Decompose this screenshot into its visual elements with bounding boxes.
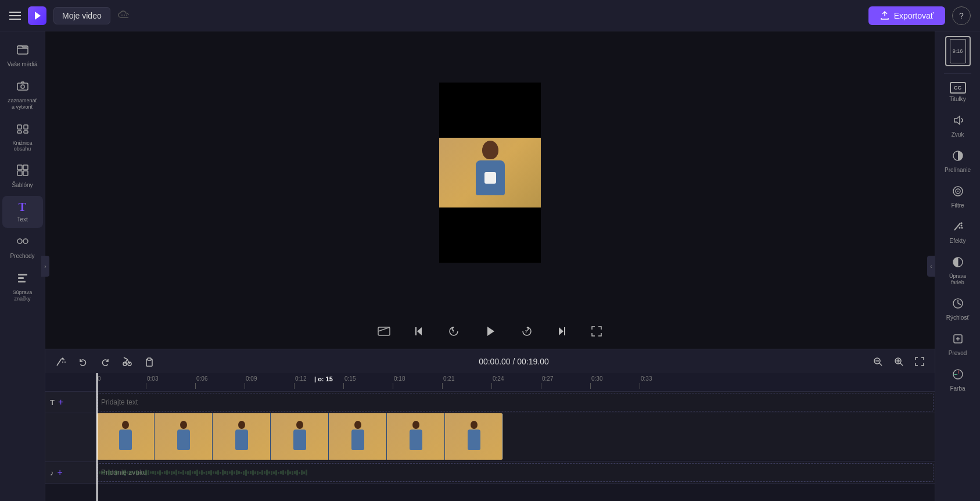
skip-to-end-button[interactable] (551, 321, 572, 342)
svg-marker-19 (417, 327, 422, 335)
person-head (482, 141, 498, 159)
video-track-label (45, 413, 96, 461)
speed-icon (952, 298, 964, 312)
svg-rect-35 (148, 358, 151, 360)
ruler-mark-18: 0:18 (393, 375, 442, 389)
text-track-placeholder: Pridajte text (96, 392, 935, 413)
aspect-ratio-button[interactable]: 9:16 (945, 36, 971, 66)
sidebar-item-library[interactable]: Knižnicaobsahu (2, 117, 43, 158)
svg-rect-9 (23, 165, 28, 170)
video-thumb-3 (213, 413, 271, 460)
right-panel-blend[interactable]: Prelínanie (937, 145, 979, 178)
transitions-icon (16, 235, 29, 250)
svg-marker-22 (487, 327, 494, 336)
sidebar-collapse-btn[interactable]: › (41, 256, 49, 277)
menu-icon[interactable] (9, 12, 21, 20)
video-bottom-black (439, 207, 541, 263)
project-name-input[interactable]: Moje video (53, 7, 110, 24)
text-track-content[interactable]: Pridajte text (96, 392, 935, 413)
cut-button[interactable] (119, 353, 136, 370)
svg-point-51 (961, 227, 963, 229)
right-panel-transform[interactable]: Prevod (937, 328, 979, 362)
camera-icon (16, 80, 29, 95)
templates-icon (16, 164, 29, 180)
text-track-label: T + (45, 392, 96, 413)
svg-rect-11 (23, 171, 28, 176)
zoom-in-button[interactable] (891, 353, 907, 370)
sidebar-item-media-label: Vaše médiá (7, 61, 37, 68)
svg-rect-7 (24, 131, 28, 133)
timeline-ruler: | o: 15 0 0:03 0:06 0:09 0:12 0:15 0:18 … (45, 373, 935, 392)
ruler-mark-33: 0:33 (640, 375, 689, 389)
help-button[interactable]: ? (952, 6, 971, 25)
svg-rect-10 (17, 171, 22, 176)
video-preview (45, 31, 935, 314)
undo-button[interactable] (74, 353, 92, 370)
svg-rect-25 (564, 327, 565, 335)
audio-track-content[interactable]: Pridanie zvuku // Generate waveform bars… (96, 462, 935, 483)
video-track-content[interactable] (96, 413, 935, 460)
right-panel-color-adjust[interactable]: Úpravafarieb (937, 252, 979, 291)
redo-button[interactable] (96, 353, 114, 370)
playback-controls: 5 5 (45, 314, 935, 349)
play-button[interactable] (478, 319, 502, 343)
skip-to-start-button[interactable] (408, 321, 429, 342)
fit-to-window-button[interactable] (911, 353, 928, 370)
sidebar-item-templates[interactable]: Šablóny (2, 159, 43, 194)
right-panel-filters[interactable]: Filtre (937, 181, 979, 214)
video-top-black (439, 83, 541, 138)
folder-icon (16, 43, 29, 59)
right-panel-effects[interactable]: Efekty (937, 216, 979, 249)
main-layout: Vaše médiá Zaznamenaťa vytvoriť (0, 31, 980, 501)
timeline-toolbar: 00:00.00 / 00:19.00 (45, 349, 935, 373)
sidebar-item-markers[interactable]: Súprava značky (2, 267, 43, 307)
sidebar-item-library-label: Knižnicaobsahu (12, 140, 32, 153)
zoom-out-button[interactable] (870, 353, 886, 370)
right-panel-color-label: Farba (950, 385, 965, 392)
svg-line-38 (880, 363, 882, 366)
timeline-right-controls (870, 353, 928, 370)
ruler-mark-0: 0 (96, 375, 146, 389)
audio-track-row: ♪ + Pridanie zvuku // Generate waveform … (45, 462, 935, 484)
aspect-ratio-section: 9:16 (945, 36, 971, 66)
captions-toggle-button[interactable] (374, 321, 394, 342)
ruler-marks-container: 0 0:03 0:06 0:09 0:12 0:15 0:18 0:21 0:2… (96, 373, 689, 389)
right-panel-captions[interactable]: CC Titulky (937, 77, 979, 108)
svg-rect-8 (17, 165, 22, 170)
right-sidebar-collapse-btn[interactable]: ‹ (927, 256, 935, 277)
video-thumb-5 (329, 413, 387, 460)
video-thumb-1 (96, 413, 155, 460)
sidebar-item-text[interactable]: T Text (2, 196, 43, 228)
svg-point-13 (23, 239, 28, 244)
sidebar-item-media[interactable]: Vaše médiá (2, 38, 43, 73)
video-person-frame (439, 138, 541, 207)
paste-button[interactable] (141, 353, 158, 370)
video-canvas (439, 83, 541, 263)
blend-icon (952, 150, 964, 164)
add-text-button[interactable]: + (58, 397, 63, 407)
audio-track-icon: ♪ (50, 468, 54, 477)
right-panel-captions-label: Titulky (949, 96, 966, 103)
sound-icon (952, 114, 964, 129)
cloud-sync-icon[interactable] (117, 9, 131, 22)
right-panel-sound[interactable]: Zvuk (937, 110, 979, 143)
ruler-mark-21: 0:21 (442, 375, 491, 389)
person-figure (470, 141, 511, 205)
magic-tool-button[interactable] (52, 353, 70, 370)
ruler-mark-9: 0:09 (245, 375, 294, 389)
video-track-row (45, 413, 935, 462)
left-sidebar: Vaše médiá Zaznamenaťa vytvoriť (0, 31, 45, 501)
right-panel-speed[interactable]: Rýchlosť (937, 293, 979, 326)
current-time: 00:00.00 (479, 357, 511, 366)
rewind-5s-button[interactable]: 5 (443, 321, 464, 342)
sidebar-item-transitions[interactable]: Prechody (2, 230, 43, 264)
right-panel-color[interactable]: Farba (937, 364, 979, 397)
forward-5s-button[interactable]: 5 (516, 321, 537, 342)
right-panel-blend-label: Prelínanie (945, 167, 971, 174)
right-sidebar: 9:16 CC Titulky Zvuk (935, 31, 980, 501)
add-audio-button[interactable]: + (58, 467, 63, 478)
audio-waveform: // Generate waveform bars via JS const w… (96, 462, 935, 483)
sidebar-item-record[interactable]: Zaznamenaťa vytvoriť (2, 75, 43, 115)
export-button[interactable]: Exportovať (868, 6, 945, 25)
fullscreen-button[interactable] (586, 321, 607, 342)
